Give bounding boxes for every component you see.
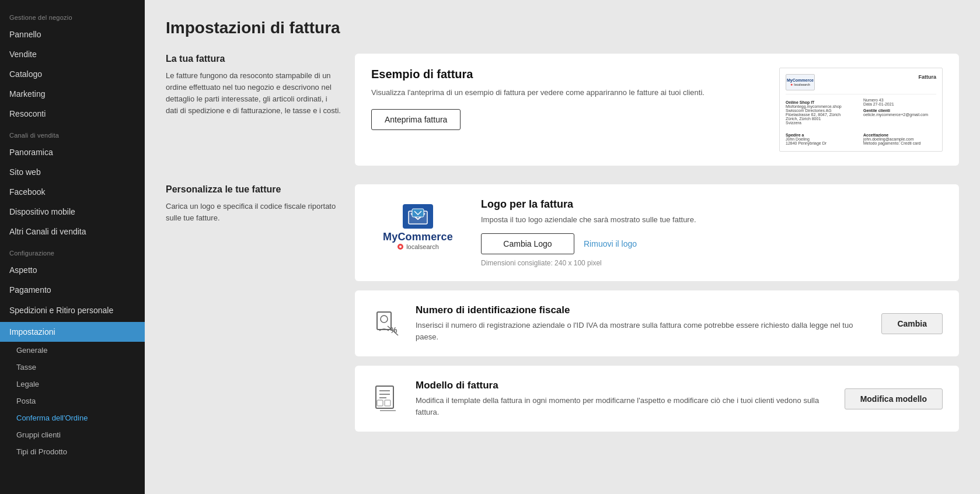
sidebar-item-pannello[interactable]: Pannello: [0, 24, 145, 44]
invoice-example-card: Esempio di fattura Visualizza l'anteprim…: [355, 54, 959, 166]
logo-info: Logo per la fattura Imposta il tuo logo …: [481, 198, 943, 267]
logo-heading: Logo per la fattura: [481, 198, 943, 211]
sidebar-item-aspetto[interactable]: Aspetto: [0, 260, 145, 280]
sidebar-section-config: Configurazione: [0, 241, 145, 260]
sidebar: Gestione del negozio Pannello Vendite Ca…: [0, 0, 145, 494]
tax-description: Inserisci il numero di registrazione azi…: [416, 320, 870, 342]
model-card: Modello di fattura Modifica il template …: [355, 366, 959, 432]
invoice-grid: Online Shop IT Miofontegg.mycommerce.sho…: [786, 98, 936, 145]
section-left-fattura: La tua fattura Le fatture fungono da res…: [166, 54, 341, 117]
sidebar-section-gestione: Gestione del negozio: [0, 6, 145, 24]
svg-rect-13: [385, 400, 390, 406]
page-title: Impostazioni di fattura: [166, 19, 959, 37]
tax-heading: Numero di identificazione fiscale: [416, 304, 870, 316]
main-content: Impostazioni di fattura La tua fattura L…: [145, 0, 980, 494]
modifica-modello-button[interactable]: Modifica modello: [845, 388, 943, 409]
sidebar-item-impostazioni[interactable]: Impostazioni: [0, 322, 145, 342]
cambia-logo-button[interactable]: Cambia Logo: [481, 233, 574, 254]
tax-icon: %: [371, 307, 404, 340]
svg-point-3: [399, 246, 402, 248]
section-personalizza: Personalizza le tue fatture Carica un lo…: [166, 184, 959, 432]
fattura-description: Le fatture fungono da resoconto stampabi…: [166, 70, 341, 117]
sidebar-subitem-posta[interactable]: Posta: [0, 393, 145, 409]
fattura-heading: La tua fattura: [166, 54, 341, 64]
sidebar-item-spedizioni[interactable]: Spedizioni e Ritiro personale: [0, 300, 145, 322]
section-left-personalizza: Personalizza le tue fatture Carica un lo…: [166, 184, 341, 224]
sidebar-item-sitoweb[interactable]: Sito web: [0, 162, 145, 182]
anteprima-button[interactable]: Anteprima fattura: [371, 109, 461, 130]
sidebar-item-pagamento[interactable]: Pagamento: [0, 280, 145, 300]
sidebar-item-altri[interactable]: Altri Canali di vendita: [0, 222, 145, 241]
sidebar-subitem-tasse[interactable]: Tasse: [0, 359, 145, 376]
svg-point-5: [381, 316, 388, 323]
dimension-hint: Dimensioni consigliate: 240 x 100 pixel: [481, 259, 943, 267]
sidebar-item-vendite[interactable]: Vendite: [0, 44, 145, 64]
model-description: Modifica il template della fattura in og…: [416, 395, 833, 418]
personalizza-description: Carica un logo e specifica il codice fis…: [166, 201, 341, 224]
sidebar-item-marketing[interactable]: Marketing: [0, 84, 145, 104]
sidebar-subitem-tipi[interactable]: Tipi di Prodotto: [0, 443, 145, 460]
tax-card: % Numero di identificazione fiscale Inse…: [355, 290, 959, 356]
personalizza-heading: Personalizza le tue fatture: [166, 184, 341, 195]
model-heading: Modello di fattura: [416, 380, 833, 391]
logo-description: Imposta il tuo logo aziendale che sarà m…: [481, 215, 943, 224]
sidebar-item-catalogo[interactable]: Catalogo: [0, 64, 145, 84]
sidebar-subitem-generale[interactable]: Generale: [0, 342, 145, 359]
logo-display: MyCommerce localsearch: [371, 198, 465, 256]
invoice-title-label: Fattura: [918, 74, 936, 80]
sidebar-subitem-gruppi[interactable]: Gruppi clienti: [0, 426, 145, 443]
sidebar-item-resoconti[interactable]: Resoconti: [0, 104, 145, 124]
sidebar-section-canali: Canali di vendita: [0, 124, 145, 142]
svg-rect-1: [412, 209, 424, 217]
logo-actions: Cambia Logo Rimuovi il logo: [481, 233, 943, 254]
invoice-preview: MyCommerce ● localsearch Fattura Online …: [779, 68, 943, 152]
tax-text: Numero di identificazione fiscale Inseri…: [416, 304, 870, 342]
model-icon: [371, 383, 404, 415]
invoice-example-text: Esempio di fattura Visualizza l'anteprim…: [371, 68, 765, 130]
sidebar-item-panoramica[interactable]: Panoramica: [0, 142, 145, 162]
sidebar-subitem-conferma[interactable]: Conferma dell'Ordine: [0, 409, 145, 426]
svg-rect-12: [377, 400, 383, 406]
rimuovi-logo-link[interactable]: Rimuovi il logo: [584, 239, 637, 248]
sidebar-item-mobile[interactable]: Dispositivo mobile: [0, 202, 145, 222]
sidebar-subitem-legale[interactable]: Legale: [0, 376, 145, 393]
invoice-example-description: Visualizza l'anteprima di un esempio di …: [371, 87, 765, 99]
logo-card: MyCommerce localsearch Logo per la fattu…: [355, 184, 959, 281]
sidebar-item-facebook[interactable]: Facebook: [0, 182, 145, 202]
invoice-example-heading: Esempio di fattura: [371, 68, 765, 81]
cambia-tax-button[interactable]: Cambia: [881, 313, 943, 334]
section-la-tua-fattura: La tua fattura Le fatture fungono da res…: [166, 54, 959, 166]
model-text: Modello di fattura Modifica il template …: [416, 380, 833, 418]
